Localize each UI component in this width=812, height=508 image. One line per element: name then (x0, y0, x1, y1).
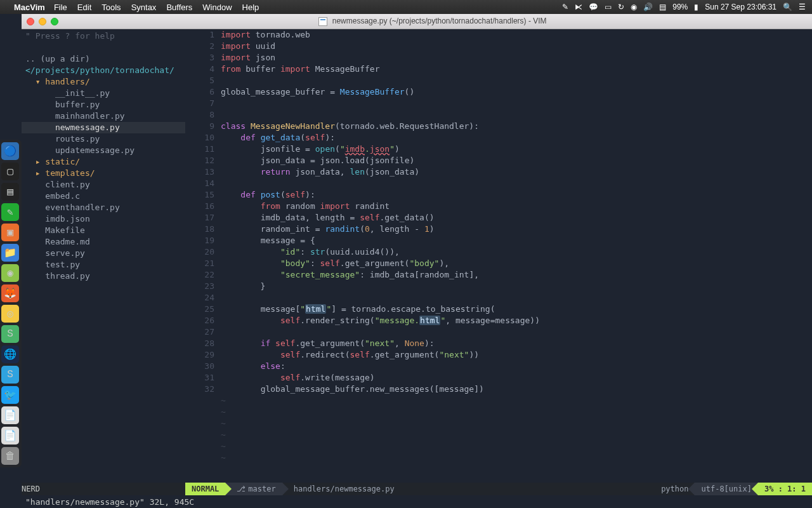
menu-syntax[interactable]: Syntax (131, 3, 157, 12)
code-line[interactable]: self.render_string("message.html", messa… (221, 315, 812, 326)
nerdtree-updir[interactable]: .. (up a dir) (22, 53, 185, 65)
tree-item[interactable]: test.py (22, 259, 185, 271)
dock-macvim[interactable]: ✎ (1, 203, 19, 221)
dock-folder[interactable]: 📁 (1, 244, 19, 262)
dock-textedit[interactable]: 📄 (1, 406, 19, 424)
code-line[interactable]: else: (221, 361, 812, 372)
tree-item[interactable]: Makefile (22, 225, 185, 236)
code-line[interactable]: message = { (221, 235, 812, 246)
dock-terminal[interactable]: ▢ (1, 163, 19, 180)
menu-file[interactable]: File (54, 3, 67, 12)
code-line[interactable]: json_data = json.load(jsonfile) (221, 155, 812, 166)
dock-sublime[interactable]: ▣ (1, 224, 19, 241)
code-line[interactable]: jsonfile = open("imdb.json") (221, 144, 812, 155)
dock-htop[interactable]: ▤ (1, 183, 19, 201)
code-line[interactable]: import uuid (221, 41, 812, 52)
code-line[interactable] (221, 178, 812, 189)
flag-icon[interactable]: ▤ (659, 3, 666, 11)
code-line[interactable]: def post(self): (221, 189, 812, 201)
tree-item[interactable]: newmessage.py (22, 122, 185, 133)
code-line[interactable]: } (221, 281, 812, 292)
code-line[interactable] (221, 292, 812, 304)
close-button[interactable] (27, 18, 34, 25)
bluetooth-icon[interactable]: ⧔ (575, 3, 582, 11)
tree-item[interactable]: ▸ static/ (22, 156, 185, 168)
tree-item[interactable]: updatemessage.py (22, 145, 185, 156)
tree-item[interactable]: thread.py (22, 271, 185, 282)
tree-item[interactable]: imdb.json (22, 213, 185, 225)
tree-item[interactable]: serve.py (22, 248, 185, 259)
code-line[interactable] (221, 326, 812, 338)
dock-skype[interactable]: S (1, 366, 19, 384)
code-line[interactable]: "id": str(uuid.uuid4()), (221, 246, 812, 258)
command-line[interactable]: "handlers/newmessage.py" 32L, 945C (22, 495, 812, 508)
code-line[interactable]: global_message_buffer.new_messages([mess… (221, 384, 812, 395)
code-line[interactable] (221, 109, 812, 121)
tree-item[interactable]: buffer.py (22, 99, 185, 110)
nerdtree-sidebar[interactable]: " Press ? for help .. (up a dir) </proje… (22, 29, 185, 483)
menu-edit[interactable]: Edit (77, 3, 91, 12)
timemachine-icon[interactable]: ↻ (618, 3, 624, 11)
status-nerd: NERD (22, 485, 185, 493)
code-line[interactable]: self.write(message) (221, 372, 812, 384)
wifi-icon[interactable]: ◉ (631, 3, 637, 11)
dock-finder[interactable]: 🔵 (1, 142, 19, 160)
code-line[interactable] (221, 75, 812, 86)
battery-icon[interactable]: ▮ (694, 3, 698, 11)
dock-twitter[interactable]: 🐦 (1, 386, 19, 404)
code-line[interactable]: "secret_message": imdb_data[random_int], (221, 269, 812, 281)
code-line[interactable]: from buffer import MessageBuffer (221, 64, 812, 75)
clock[interactable]: Sun 27 Sep 23:06:31 (705, 3, 776, 11)
minimize-button[interactable] (39, 18, 46, 25)
tree-item[interactable]: client.py (22, 179, 185, 190)
statusline: NERD NORMAL ⎇master handlers/newmessage.… (22, 483, 812, 495)
code-line[interactable]: from random import randint (221, 201, 812, 212)
code-line[interactable]: message["html"] = tornado.escape.to_base… (221, 304, 812, 315)
code-line[interactable]: return json_data, len(json_data) (221, 166, 812, 178)
code-line[interactable]: random_int = randint(0, length - 1) (221, 224, 812, 235)
code-line[interactable]: if self.get_argument("next", None): (221, 338, 812, 349)
menu-window[interactable]: Window (202, 3, 232, 12)
tree-item[interactable]: embed.c (22, 190, 185, 202)
code-line[interactable] (221, 98, 812, 109)
window-titlebar[interactable]: newmessage.py (~/projects/python/tornado… (22, 14, 812, 29)
spotlight-icon[interactable]: 🔍 (783, 3, 792, 11)
volume-icon[interactable]: 🔊 (643, 3, 653, 11)
code-line[interactable]: self.redirect(self.get_argument("next")) (221, 349, 812, 361)
code-body[interactable]: import tornado.webimport uuidimport json… (221, 29, 812, 483)
evernote-icon[interactable]: ✎ (562, 3, 568, 11)
dock-firefox[interactable]: 🦊 (1, 284, 19, 302)
nerdtree-root[interactable]: </projects/python/tornadochat/ (22, 65, 185, 76)
battery-percent[interactable]: 99% (672, 3, 688, 11)
tree-item[interactable]: ▸ templates/ (22, 168, 185, 179)
menu-tools[interactable]: Tools (102, 3, 121, 12)
dock-doc[interactable]: 📄 (1, 427, 19, 444)
tree-item[interactable]: mainhandler.py (22, 110, 185, 122)
code-line[interactable]: class MessageNewHandler(tornado.web.Requ… (221, 121, 812, 132)
code-line[interactable]: "body": self.get_argument("body"), (221, 258, 812, 269)
menu-buffers[interactable]: Buffers (166, 3, 192, 12)
tree-item[interactable]: eventhandler.py (22, 202, 185, 213)
tree-item[interactable]: Readme.md (22, 236, 185, 248)
dock-slack[interactable]: S (1, 325, 19, 343)
dock-trash[interactable]: 🗑 (1, 447, 19, 465)
code-line[interactable]: global_message_buffer = MessageBuffer() (221, 86, 812, 98)
zoom-button[interactable] (51, 18, 58, 25)
menu-help[interactable]: Help (242, 3, 259, 12)
code-editor[interactable]: 1234567891011121314151617181920212223242… (185, 29, 812, 483)
display-icon[interactable]: ▭ (605, 3, 612, 11)
tree-item[interactable]: ▾ handlers/ (22, 76, 185, 88)
status-file: handlers/newmessage.py (282, 483, 401, 495)
code-line[interactable]: imdb_data, length = self.get_data() (221, 212, 812, 224)
code-line[interactable]: import json (221, 52, 812, 64)
code-line[interactable]: import tornado.web (221, 29, 812, 41)
app-name[interactable]: MacVim (14, 3, 45, 12)
chat-icon[interactable]: 💬 (589, 3, 598, 11)
menu-icon[interactable]: ☰ (799, 3, 806, 11)
dock-globe[interactable]: 🌐 (1, 345, 19, 363)
tree-item[interactable]: __init__.py (22, 88, 185, 99)
dock-chrome[interactable]: ◎ (1, 305, 19, 323)
code-line[interactable]: def get_data(self): (221, 132, 812, 144)
tree-item[interactable]: routes.py (22, 133, 185, 145)
dock-android[interactable]: ◉ (1, 264, 19, 282)
